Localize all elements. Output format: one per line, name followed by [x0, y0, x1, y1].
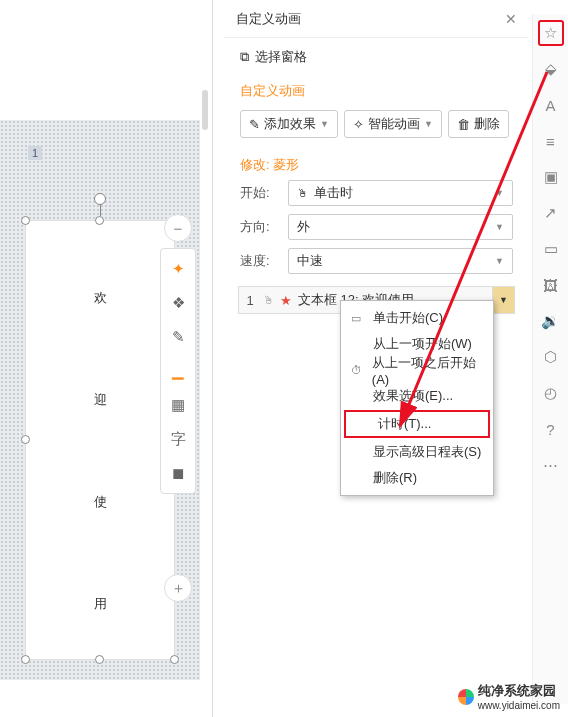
menu-item-icon: ▭ — [351, 312, 365, 325]
speed-select[interactable]: 中速▼ — [288, 248, 513, 274]
menu-item-icon: ⏱ — [351, 364, 364, 376]
shape-text[interactable]: 欢迎使用 — [26, 231, 174, 639]
zoom-out-button[interactable]: − — [164, 214, 192, 242]
menu-item-label: 从上一项之后开始(A) — [372, 354, 483, 387]
resize-handle[interactable] — [21, 655, 30, 664]
slide-number-badge: 1 — [28, 146, 42, 160]
hex-icon[interactable]: ⬡ — [538, 344, 564, 370]
window-icon[interactable]: ▭ — [538, 236, 564, 262]
watermark-url: www.yidaimei.com — [478, 700, 560, 711]
picture-icon[interactable]: 🖼 — [538, 272, 564, 298]
pane-title: 自定义动画 — [236, 10, 301, 28]
watermark: 纯净系统家园 www.yidaimei.com — [458, 682, 560, 711]
context-menu-item[interactable]: ▭单击开始(C) — [341, 305, 493, 331]
menu-item-label: 单击开始(C) — [373, 309, 443, 327]
item-index: 1 — [239, 293, 261, 308]
context-menu-item[interactable]: 计时(T)... — [344, 410, 490, 438]
help-icon[interactable]: ? — [538, 416, 564, 442]
underline-icon[interactable]: ▁ — [162, 355, 194, 387]
text-frame[interactable]: 欢迎使用 — [25, 220, 175, 660]
sliders-icon[interactable]: ≡ — [538, 128, 564, 154]
context-menu-item[interactable]: 效果选项(E)... — [341, 383, 493, 409]
floating-toolbar: ✦ ❖ ✎ ▁ ▦ 字 ◼︎ — [160, 248, 196, 494]
menu-item-label: 删除(R) — [373, 469, 417, 487]
context-menu-item[interactable]: 删除(R) — [341, 465, 493, 491]
start-select[interactable]: 🖱单击时▼ — [288, 180, 513, 206]
add-effect-button[interactable]: ✎添加效果▼ — [240, 110, 338, 138]
menu-item-label: 显示高级日程表(S) — [373, 443, 481, 461]
image-stack-icon[interactable]: ▣ — [538, 164, 564, 190]
close-icon[interactable]: ✕ — [505, 11, 517, 27]
clock-icon[interactable]: ◴ — [538, 380, 564, 406]
menu-item-label: 计时(T)... — [378, 415, 431, 433]
direction-select[interactable]: 外▼ — [288, 214, 513, 240]
lock-icon: 🖱 — [263, 294, 274, 306]
modify-title: 修改: 菱形 — [224, 148, 529, 176]
right-sidebar: ☆ ⬙ A ≡ ▣ ↗ ▭ 🖼 🔉 ⬡ ◴ ? ⋯ — [532, 14, 568, 704]
menu-item-label: 从上一项开始(W) — [373, 335, 472, 353]
watermark-logo-icon — [458, 689, 474, 705]
shapes-icon[interactable]: ◼︎ — [162, 457, 194, 489]
spark-icon[interactable]: ✦ — [162, 253, 194, 285]
context-menu: ▭单击开始(C)从上一项开始(W)⏱从上一项之后开始(A)效果选项(E)...计… — [340, 300, 494, 496]
zoom-in-button[interactable]: ＋ — [164, 574, 192, 602]
menu-item-label: 效果选项(E)... — [373, 387, 453, 405]
grid-icon[interactable]: ▦ — [162, 389, 194, 421]
scrollbar[interactable] — [202, 90, 208, 130]
sound-icon[interactable]: 🔉 — [538, 308, 564, 334]
delete-button[interactable]: 🗑删除 — [448, 110, 509, 138]
watermark-brand: 纯净系统家园 — [478, 682, 560, 700]
start-label: 开始: — [240, 184, 280, 202]
smart-anim-button[interactable]: ✧智能动画▼ — [344, 110, 442, 138]
cube-icon[interactable]: ⬙ — [538, 56, 564, 82]
pen-icon[interactable]: ✎ — [162, 321, 194, 353]
resize-handle[interactable] — [21, 216, 30, 225]
font-icon[interactable]: A — [538, 92, 564, 118]
star-icon[interactable]: ☆ — [538, 20, 564, 46]
context-menu-item[interactable]: ⏱从上一项之后开始(A) — [341, 357, 493, 383]
context-menu-item[interactable]: 显示高级日程表(S) — [341, 439, 493, 465]
layers-icon[interactable]: ❖ — [162, 287, 194, 319]
resize-handle[interactable] — [170, 655, 179, 664]
share-icon[interactable]: ↗ — [538, 200, 564, 226]
selection-pane-icon: ⧉ — [240, 49, 249, 65]
rotate-stem — [100, 204, 101, 216]
resize-handle[interactable] — [95, 216, 104, 225]
char-icon[interactable]: 字 — [162, 423, 194, 455]
selection-pane-link[interactable]: 选择窗格 — [255, 48, 307, 66]
speed-label: 速度: — [240, 252, 280, 270]
direction-label: 方向: — [240, 218, 280, 236]
item-dropdown[interactable]: ▼ — [492, 287, 514, 313]
more-icon[interactable]: ⋯ — [538, 452, 564, 478]
effect-star-icon: ★ — [280, 293, 292, 308]
section-title: 自定义动画 — [224, 76, 529, 106]
pane-divider — [212, 0, 213, 717]
resize-handle[interactable] — [95, 655, 104, 664]
